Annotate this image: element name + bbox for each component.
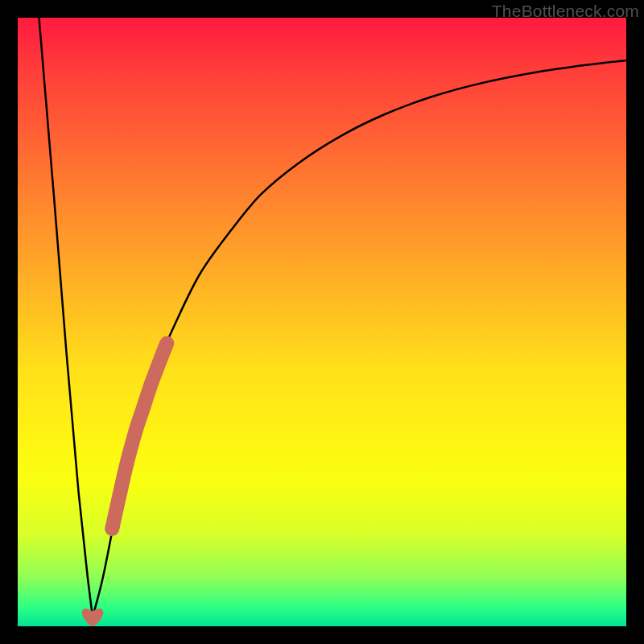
chart-svg: [18, 18, 626, 626]
chart-frame: TheBottleneck.com: [0, 0, 644, 644]
heart-icon: [83, 609, 102, 626]
highlight-segment: [112, 344, 167, 530]
watermark-text: TheBottleneck.com: [492, 2, 639, 21]
gradient-plot-area: [18, 18, 626, 626]
bottleneck-curve: [39, 18, 627, 617]
